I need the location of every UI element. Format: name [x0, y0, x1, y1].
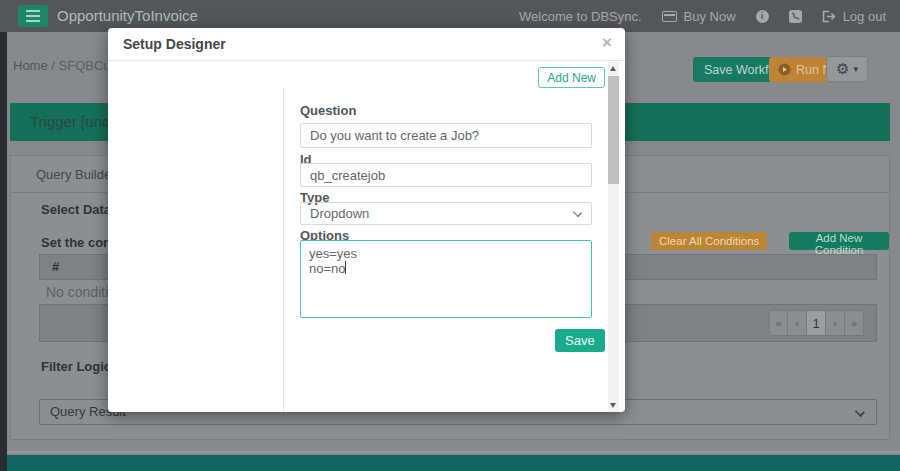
scroll-down-icon[interactable]	[608, 400, 619, 410]
breadcrumb-home-link[interactable]: Home	[13, 58, 48, 73]
chevron-down-icon	[573, 208, 582, 217]
footer-divider	[7, 451, 900, 453]
credit-card-icon	[662, 11, 677, 22]
contact-icon[interactable]	[789, 10, 802, 23]
buy-now-link[interactable]: Buy Now	[662, 9, 736, 24]
question-label: Question	[300, 103, 356, 118]
pagination: « ‹ 1 › »	[769, 310, 864, 336]
tab-query-builder[interactable]: Query Builder	[36, 156, 115, 193]
breadcrumb-separator: /	[51, 58, 55, 73]
menu-toggle-button[interactable]	[18, 5, 48, 27]
buy-now-label: Buy Now	[684, 9, 736, 24]
pagination-next-button[interactable]: ›	[826, 310, 845, 336]
modal-header: Setup Designer ×	[108, 28, 625, 61]
modal-panel-divider	[283, 88, 284, 412]
id-input[interactable]	[300, 163, 592, 187]
pagination-last-button[interactable]: »	[845, 310, 864, 336]
no-conditions-text: No conditio	[46, 284, 116, 300]
welcome-text: Welcome to DBSync.	[519, 9, 642, 24]
modal-scrollbar[interactable]	[608, 62, 619, 412]
options-textarea[interactable]: yes=yes no=no	[300, 240, 592, 318]
text-cursor	[345, 261, 346, 274]
chevron-down-icon	[855, 407, 865, 417]
add-new-condition-button[interactable]: Add New Condition	[789, 232, 889, 250]
save-button[interactable]: Save	[555, 329, 605, 352]
logout-link[interactable]: Log out	[822, 9, 886, 24]
close-icon[interactable]: ×	[602, 33, 612, 53]
logout-icon	[822, 10, 836, 23]
pagination-page-1-button[interactable]: 1	[807, 310, 826, 336]
type-select-value: Dropdown	[310, 206, 369, 221]
clear-all-conditions-button[interactable]: Clear All Conditions	[651, 232, 767, 250]
question-input[interactable]	[300, 123, 592, 148]
filter-logic-label: Filter Logic	[41, 359, 111, 374]
gear-icon: ⚙	[836, 60, 849, 78]
info-icon[interactable]: i	[756, 10, 769, 23]
setup-designer-modal: Setup Designer × Add New Question Id Typ…	[108, 28, 625, 412]
modal-title: Setup Designer	[123, 28, 226, 61]
page-footer-bar	[0, 455, 900, 471]
logout-label: Log out	[843, 9, 886, 24]
collapsed-sidebar-strip	[0, 32, 7, 471]
play-icon	[778, 63, 791, 76]
scrollbar-thumb[interactable]	[608, 76, 619, 184]
scroll-up-icon[interactable]	[608, 64, 619, 74]
caret-down-icon: ▾	[853, 65, 858, 74]
pagination-prev-button[interactable]: ‹	[788, 310, 807, 336]
add-new-button[interactable]: Add New	[538, 67, 605, 88]
pagination-first-button[interactable]: «	[769, 310, 788, 336]
screen: OpportunityToInvoice Welcome to DBSync. …	[0, 0, 900, 471]
settings-dropdown-button[interactable]: ⚙ ▾	[826, 56, 868, 82]
type-select[interactable]: Dropdown	[300, 202, 592, 225]
hamburger-icon	[26, 15, 40, 17]
